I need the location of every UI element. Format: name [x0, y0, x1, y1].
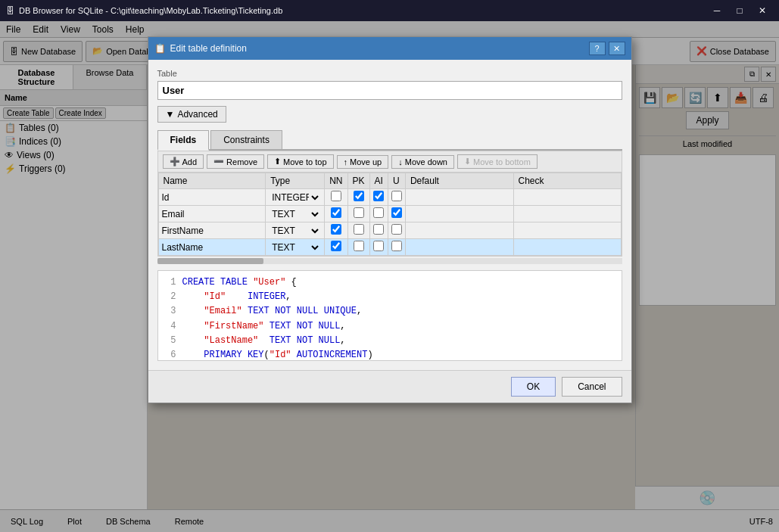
field-nn-checkbox[interactable]	[331, 191, 341, 201]
col-u: U	[388, 173, 405, 189]
sql-line: 5 "LastName" TEXT NOT NULL,	[164, 334, 615, 348]
sql-line: 1 CREATE TABLE "User" {	[164, 275, 615, 290]
field-pk-checkbox[interactable]	[354, 241, 364, 251]
window-title: DB Browser for SQLite - C:\git\teaching\…	[19, 6, 282, 15]
dialog-body: Table ▼ Advanced Fields Constraints ➕ Ad…	[148, 60, 631, 370]
sql-line: 3 "Email" TEXT NOT NULL UNIQUE,	[164, 304, 615, 319]
field-check-input[interactable]	[517, 192, 618, 203]
maximize-button[interactable]: □	[729, 2, 750, 19]
field-u-checkbox[interactable]	[391, 241, 402, 251]
move-up-button[interactable]: ↑ Move up	[337, 155, 389, 169]
dialog-footer: OK Cancel	[148, 370, 631, 403]
field-ai-checkbox[interactable]	[373, 191, 384, 201]
add-icon: ➕	[170, 157, 180, 166]
section-label: Table	[157, 69, 622, 78]
window-close-button[interactable]: ✕	[752, 2, 773, 19]
col-check: Check	[513, 173, 621, 189]
app-icon: 🗄	[6, 6, 14, 15]
fields-table: Name Type NN PK AI U Default Check	[158, 173, 622, 256]
field-nn-checkbox[interactable]	[331, 224, 341, 235]
dialog-overlay: 📋 Edit table definition ? ✕ Table ▼ Adva…	[0, 21, 779, 532]
field-name-input[interactable]	[162, 209, 263, 219]
table-row: INTEGERTEXTREALBLOBNUMERIC	[158, 206, 621, 222]
dialog-title: Edit table definition	[170, 43, 247, 54]
sql-line: 4 "FirstName" TEXT NOT NULL,	[164, 319, 615, 334]
titlebar-controls: ─ □ ✕	[706, 2, 773, 19]
horizontal-scrollbar[interactable]	[157, 258, 622, 264]
col-pk: PK	[347, 173, 369, 189]
move-top-icon: ⬆	[274, 157, 281, 166]
move-to-top-button[interactable]: ⬆ Move to top	[267, 154, 333, 169]
field-type-select[interactable]: INTEGERTEXTREALBLOBNUMERIC	[269, 191, 321, 204]
field-default-input[interactable]	[409, 242, 510, 253]
edit-table-dialog: 📋 Edit table definition ? ✕ Table ▼ Adva…	[148, 36, 632, 403]
field-check-input[interactable]	[517, 209, 618, 219]
field-type-select[interactable]: INTEGERTEXTREALBLOBNUMERIC	[269, 241, 321, 254]
tab-constraints[interactable]: Constraints	[210, 130, 282, 149]
table-row: INTEGERTEXTREALBLOBNUMERIC	[158, 189, 621, 206]
dialog-titlebar-controls: ? ✕	[589, 42, 625, 55]
move-up-icon: ↑	[344, 157, 348, 166]
ok-button[interactable]: OK	[511, 377, 556, 397]
advanced-arrow-icon: ▼	[166, 109, 175, 120]
move-down-button[interactable]: ↓ Move down	[391, 155, 454, 169]
titlebar: 🗄 DB Browser for SQLite - C:\git\teachin…	[0, 0, 779, 21]
table-row: INTEGERTEXTREALBLOBNUMERIC	[158, 222, 621, 239]
field-nn-checkbox[interactable]	[331, 241, 341, 251]
sql-line: 2 "Id" INTEGER,	[164, 290, 615, 304]
sql-code-area: 1 CREATE TABLE "User" { 2 "Id" INTEGER, …	[157, 270, 622, 361]
tab-fields[interactable]: Fields	[157, 130, 210, 151]
add-field-button[interactable]: ➕ Add	[163, 154, 204, 169]
field-ai-checkbox[interactable]	[373, 207, 384, 218]
move-down-icon: ↓	[398, 157, 403, 166]
cancel-button[interactable]: Cancel	[562, 377, 622, 397]
table-name-input[interactable]	[157, 81, 622, 100]
scrollbar-thumb	[157, 258, 263, 264]
fields-toolbar: ➕ Add ➖ Remove ⬆ Move to top ↑ Move up ↓	[157, 151, 622, 172]
field-pk-checkbox[interactable]	[354, 191, 364, 201]
field-pk-checkbox[interactable]	[354, 207, 364, 218]
field-default-input[interactable]	[409, 226, 510, 236]
field-name-input[interactable]	[162, 192, 263, 203]
col-default: Default	[405, 173, 513, 189]
remove-icon: ➖	[213, 157, 224, 166]
dialog-titlebar: 📋 Edit table definition ? ✕	[148, 37, 631, 60]
field-default-input[interactable]	[409, 192, 510, 203]
field-type-select[interactable]: INTEGERTEXTREALBLOBNUMERIC	[269, 208, 321, 220]
move-bottom-icon: ⬇	[464, 157, 471, 166]
dialog-icon: 📋	[154, 43, 166, 54]
field-name-input[interactable]	[162, 242, 263, 253]
advanced-button[interactable]: ▼ Advanced	[157, 106, 226, 123]
fields-table-wrapper: Name Type NN PK AI U Default Check	[157, 172, 622, 257]
table-row: INTEGERTEXTREALBLOBNUMERIC	[158, 239, 621, 256]
field-nn-checkbox[interactable]	[331, 207, 341, 218]
field-default-input[interactable]	[409, 209, 510, 219]
sql-line: 6 PRIMARY KEY("Id" AUTOINCREMENT)	[164, 348, 615, 361]
dialog-tabs: Fields Constraints	[157, 130, 622, 151]
field-check-input[interactable]	[517, 242, 618, 253]
col-type: Type	[266, 173, 325, 189]
col-ai: AI	[369, 173, 388, 189]
dialog-help-button[interactable]: ?	[589, 42, 606, 55]
dialog-close-button[interactable]: ✕	[609, 42, 625, 55]
field-ai-checkbox[interactable]	[373, 224, 384, 235]
field-u-checkbox[interactable]	[391, 207, 402, 218]
field-u-checkbox[interactable]	[391, 191, 402, 201]
field-ai-checkbox[interactable]	[373, 241, 384, 251]
field-check-input[interactable]	[517, 226, 618, 236]
titlebar-left: 🗄 DB Browser for SQLite - C:\git\teachin…	[6, 6, 282, 15]
field-name-input[interactable]	[162, 226, 263, 236]
col-name: Name	[158, 173, 266, 189]
field-u-checkbox[interactable]	[391, 224, 402, 235]
field-pk-checkbox[interactable]	[354, 224, 364, 235]
field-type-select[interactable]: INTEGERTEXTREALBLOBNUMERIC	[269, 225, 321, 237]
col-nn: NN	[325, 173, 347, 189]
remove-field-button[interactable]: ➖ Remove	[207, 154, 264, 169]
minimize-button[interactable]: ─	[706, 2, 728, 19]
move-to-bottom-button[interactable]: ⬇ Move to bottom	[457, 154, 538, 169]
